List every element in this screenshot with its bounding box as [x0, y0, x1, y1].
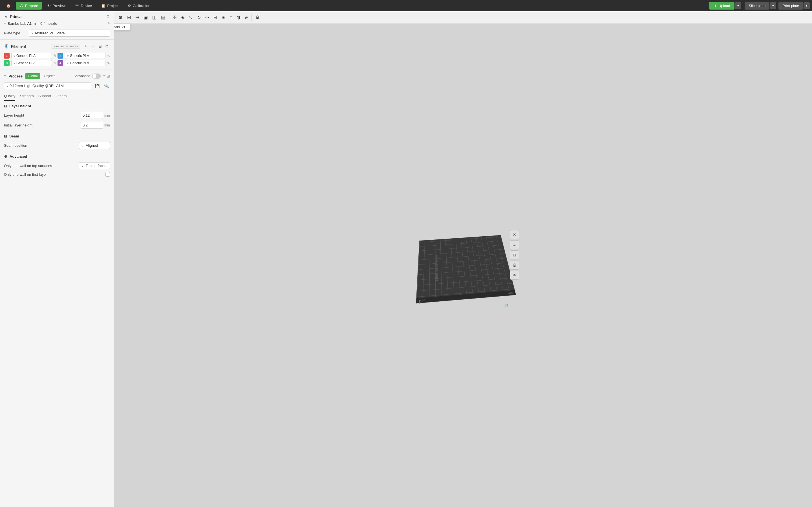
- printer-section-header: 🖨 Printer ⚙: [0, 11, 114, 20]
- upload-button-group: ⬆ Upload ▾: [709, 2, 741, 10]
- filament-2-value: Generic PLA: [70, 54, 103, 58]
- profile-chevron: ∨: [6, 84, 8, 87]
- slice-button[interactable]: Slice plate: [745, 2, 769, 10]
- extra-settings-button[interactable]: ⚙: [253, 13, 261, 21]
- axis-svg: [418, 297, 426, 305]
- process-tab-global[interactable]: Global: [25, 73, 41, 79]
- filament-1-value: Generic PLA: [16, 54, 50, 58]
- top-surfaces-row: Only one wall on top surfaces ∨ Top surf…: [4, 161, 110, 171]
- layout-tool-button[interactable]: ▤: [159, 13, 167, 21]
- upload-button[interactable]: ⬆ Upload: [709, 2, 734, 10]
- filament-select-3[interactable]: ∨ Generic PLA: [11, 60, 52, 66]
- printer-edit-icon[interactable]: ✎: [107, 22, 110, 25]
- side-ctrl-close[interactable]: ✕: [510, 230, 519, 239]
- initial-layer-input[interactable]: [81, 122, 103, 129]
- printer-settings-icon[interactable]: ⚙: [106, 14, 110, 18]
- filament-1-edit-icon[interactable]: ✎: [54, 54, 56, 58]
- project-icon: 📋: [101, 4, 105, 8]
- nav-device[interactable]: 📟 Device: [71, 2, 96, 10]
- advanced-label-text: Advanced: [10, 154, 27, 159]
- nav-calibration-label: Calibration: [133, 4, 150, 8]
- slice-preview-button[interactable]: ◫: [150, 13, 158, 21]
- tab-support[interactable]: Support: [38, 92, 51, 101]
- scale-tool-button[interactable]: ⤡: [187, 13, 195, 21]
- filament-2-edit-icon[interactable]: ✎: [107, 54, 110, 58]
- top-nav: 🏠 🖨 Prepare 👁 Preview 📟 Device 📋 Project…: [0, 0, 812, 11]
- layer-height-title: ⊟ Layer height: [4, 104, 110, 108]
- seam-position-dropdown[interactable]: ∨ Aligned: [79, 142, 110, 149]
- print-button[interactable]: Print plate: [778, 2, 803, 10]
- nav-calibration[interactable]: ⚙ Calibration: [124, 2, 154, 10]
- top-surfaces-dropdown[interactable]: ∨ Top surfaces: [79, 162, 110, 169]
- plate-type-label: Plate type: [4, 31, 27, 35]
- filament-select-1[interactable]: ∨ Generic PLA: [11, 53, 52, 59]
- filament-2-chevron: ∨: [67, 54, 69, 57]
- layer-height-field-label: Layer height: [4, 113, 81, 117]
- process-list-icon[interactable]: ≡: [103, 74, 105, 78]
- upload-chevron[interactable]: ▾: [735, 2, 741, 9]
- split-icon: ⊟: [213, 15, 217, 20]
- filament-add-button[interactable]: ＋: [83, 43, 89, 49]
- mirror-icon: ⇔: [205, 15, 209, 20]
- tab-quality[interactable]: Quality: [4, 92, 15, 101]
- layer-height-input[interactable]: [81, 112, 103, 119]
- mirror-tool-button[interactable]: ⇔: [203, 13, 211, 21]
- first-layer-checkbox[interactable]: [105, 172, 110, 177]
- text-tool-button[interactable]: T: [228, 14, 234, 21]
- transform-tool-button[interactable]: ✛: [171, 13, 179, 21]
- filament-select-4[interactable]: ∨ Generic PLA: [65, 60, 105, 66]
- add-tooltip: Add [?+I]: [114, 24, 131, 31]
- filament-remove-button[interactable]: －: [90, 43, 96, 49]
- split-tool-button[interactable]: ⊟: [211, 13, 219, 21]
- nav-home[interactable]: 🏠: [2, 2, 15, 10]
- tab-strength[interactable]: Strength: [20, 92, 34, 101]
- profile-search-button[interactable]: 🔍: [103, 83, 110, 89]
- filament-4-edit-icon[interactable]: ✎: [107, 61, 110, 65]
- nav-prepare[interactable]: 🖨 Prepare: [16, 2, 42, 10]
- seam-dropdown-chevron: ∨: [82, 144, 84, 147]
- plate-type-row: Plate type ∨ Textured PEI Plate: [0, 28, 114, 38]
- top-surfaces-value: Top surfaces: [85, 164, 107, 168]
- filament-item-3: 3 ∨ Generic PLA ✎: [4, 60, 56, 66]
- advanced-toggle[interactable]: [92, 73, 101, 78]
- tab-others[interactable]: Others: [56, 92, 66, 101]
- slice-chevron[interactable]: ▾: [770, 2, 776, 9]
- move-icon: ⇥: [135, 15, 139, 20]
- nav-project[interactable]: 📋 Project: [97, 2, 122, 10]
- plate-type-select[interactable]: ∨ Textured PEI Plate: [29, 30, 110, 37]
- side-ctrl-list[interactable]: ≡: [510, 240, 519, 249]
- box-tool-button[interactable]: ▣: [142, 13, 150, 21]
- nav-prepare-label: Prepare: [25, 4, 38, 8]
- side-ctrl-eye[interactable]: 👁: [510, 271, 519, 280]
- filament-1-chevron: ∨: [13, 54, 15, 57]
- process-grid-icon[interactable]: ⊞: [107, 74, 110, 78]
- seam-position-row: Seam position ∨ Aligned: [4, 140, 110, 151]
- side-ctrl-lock[interactable]: 🔒: [510, 261, 519, 270]
- filament-settings-button[interactable]: ⚙: [104, 43, 110, 49]
- paint-tool-button[interactable]: ◈: [179, 13, 186, 21]
- print-chevron[interactable]: ▾: [804, 2, 810, 9]
- advanced-icon: ⚙: [4, 154, 7, 159]
- move-tool-button[interactable]: ⇥: [133, 13, 141, 21]
- toolbar: ⊕ Add [?+I] ⊞ ⇥ ▣ ◫ ▤ ✛: [114, 11, 812, 24]
- process-tab-objects[interactable]: Objects: [41, 73, 58, 79]
- profile-save-button[interactable]: 💾: [94, 83, 101, 89]
- side-ctrl-layers[interactable]: ⊟: [510, 250, 519, 260]
- add-tool-button[interactable]: ⊕ Add [?+I]: [116, 13, 124, 22]
- flushing-volumes-badge[interactable]: Flushing volumes: [51, 44, 80, 49]
- filament-3-edit-icon[interactable]: ✎: [54, 61, 56, 65]
- array-tool-button[interactable]: ⊞: [220, 13, 227, 21]
- filament-select-2[interactable]: ∨ Generic PLA: [65, 53, 105, 59]
- prepare-icon: 🖨: [20, 4, 23, 8]
- profile-select[interactable]: ∨ 0.12mm High Quality @BBL A1M: [4, 82, 91, 89]
- filament-copy-button[interactable]: ⊟: [97, 43, 103, 49]
- nav-preview[interactable]: 👁 Preview: [43, 2, 69, 10]
- device-icon: 📟: [75, 4, 79, 8]
- color-tool-button[interactable]: ◑: [235, 13, 243, 21]
- advanced-label: Advanced: [75, 74, 90, 78]
- seam-position-label: Seam position: [4, 144, 79, 148]
- rotate-tool-button[interactable]: ↻: [195, 13, 203, 21]
- grid-tool-button[interactable]: ⊞: [125, 13, 133, 21]
- top-surfaces-chevron: ∨: [82, 164, 84, 167]
- measure-tool-button[interactable]: ⌀: [243, 13, 250, 21]
